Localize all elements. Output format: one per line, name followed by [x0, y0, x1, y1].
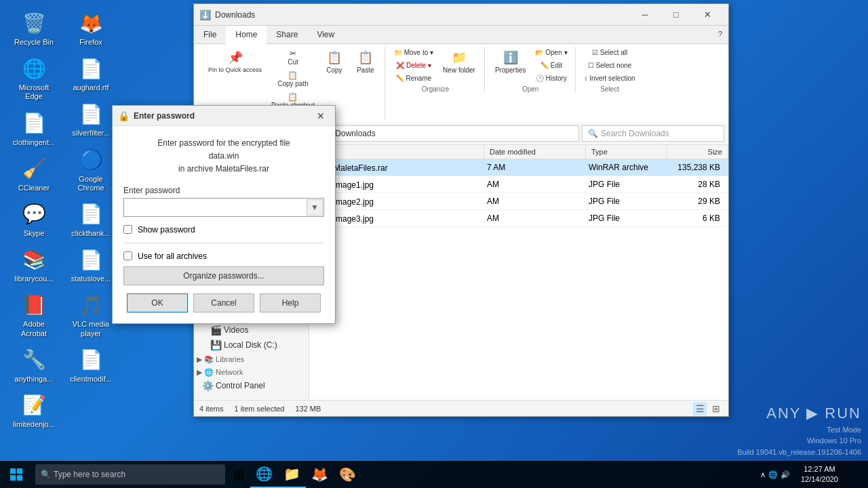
show-password-row: Show password — [123, 225, 324, 235]
move-to-button[interactable]: 📁 Move to ▾ — [391, 47, 437, 58]
details-view-button[interactable]: ☰ — [693, 402, 707, 415]
sidebar-item-control-panel[interactable]: ⚙️ Control Panel — [194, 378, 309, 393]
videos2-icon: 🎬 — [210, 325, 221, 336]
desktop-icon-vlc[interactable]: 🎵 VLC media player — [64, 289, 118, 340]
table-row[interactable]: 🖼️ image1.jpg AM JPG File 28 KB — [309, 176, 728, 193]
taskbar-time[interactable]: 12:27 AM 12/14/2020 — [795, 464, 844, 485]
close-button[interactable]: ✕ — [692, 4, 723, 26]
desktop-icon-recycle-bin[interactable]: 🗑️ Recycle Bin — [7, 7, 61, 49]
pin-quick-access-button[interactable]: 📌 Pin to Quick access — [203, 47, 267, 77]
sidebar-section-network[interactable]: ▶ 🌐 Network — [194, 365, 309, 378]
tab-file[interactable]: File — [194, 26, 226, 43]
rename-button[interactable]: ✏️ Rename — [391, 73, 437, 84]
search-box[interactable]: 🔍 Search Downloads — [582, 125, 724, 142]
open-button[interactable]: 📂 Open ▾ — [532, 47, 570, 58]
edit-button[interactable]: ✏️ Edit — [532, 60, 570, 71]
organize-passwords-button[interactable]: Organize passwords... — [123, 266, 324, 285]
file-name-cell: 📦 MaletaFiles.rar — [312, 161, 481, 174]
taskbar-edge[interactable]: 🌐 — [250, 461, 278, 488]
desktop-icon-firefox[interactable]: 🦊 Firefox — [64, 7, 118, 49]
task-view-button[interactable]: ⊞ — [228, 461, 250, 488]
local-disk-icon: 💾 — [210, 340, 221, 350]
copy-button[interactable]: 📋 Copy — [319, 47, 349, 77]
tab-view[interactable]: View — [307, 26, 344, 43]
file-date-cell: AM — [481, 212, 583, 224]
password-input[interactable] — [123, 198, 324, 217]
desktop-icon-word-doc[interactable]: 📄 clothingent... — [7, 107, 61, 150]
cancel-button[interactable]: Cancel — [193, 293, 254, 312]
titlebar-controls: ─ □ ✕ — [629, 4, 723, 26]
table-row[interactable]: 🖼️ image3.jpg AM JPG File 6 KB — [309, 210, 728, 227]
properties-button[interactable]: ℹ️ Properties — [490, 47, 531, 77]
taskbar: 🔍 Type here to search ⊞ 🌐 📁 🦊 🎨 ∧ 🌐 🔊 — [0, 461, 868, 488]
select-none-button[interactable]: ☐ Select none — [581, 60, 639, 71]
delete-button[interactable]: ❌ Delete ▾ — [391, 60, 437, 71]
file-type-cell: JPG File — [583, 195, 665, 207]
new-folder-icon: 📁 — [452, 50, 467, 65]
tab-home[interactable]: Home — [226, 26, 267, 44]
dialog-titlebar: 🔒 Enter password ✕ — [113, 106, 335, 126]
dialog-close-button[interactable]: ✕ — [312, 107, 330, 125]
maximize-button[interactable]: □ — [660, 4, 692, 26]
minimize-button[interactable]: ─ — [629, 4, 660, 26]
show-password-checkbox[interactable] — [123, 225, 132, 234]
pin-icon: 📌 — [228, 50, 243, 65]
use-for-all-checkbox[interactable] — [123, 251, 132, 260]
start-button[interactable] — [0, 461, 33, 488]
statuslove-icon: 📄 — [77, 246, 104, 273]
desktop-icon-microsoft-edge[interactable]: 🌐 Microsoft Edge — [7, 52, 61, 104]
help-button[interactable]: Help — [260, 293, 321, 312]
large-icons-view-button[interactable]: ⊞ — [709, 402, 723, 415]
tab-share[interactable]: Share — [267, 26, 307, 43]
tray-chevron[interactable]: ∧ — [760, 470, 766, 479]
ribbon-open-btns: ℹ️ Properties 📂 Open ▾ ✏️ Edit 🕐 History — [490, 47, 571, 84]
table-row[interactable]: 📦 MaletaFiles.rar 7 AM WinRAR archive 13… — [309, 159, 728, 176]
windows-icon — [9, 468, 23, 481]
col-header-size[interactable]: Size — [667, 145, 728, 159]
desktop-icon-skype[interactable]: 💬 Skype — [7, 198, 61, 241]
open-group-label: Open — [522, 85, 538, 93]
desktop-icon-clickthank[interactable]: 📄 clickthank... — [64, 198, 118, 241]
watermark: ANY ▶ RUN Test Mode Windows 10 Pro Build… — [737, 402, 861, 458]
desktop: 🗑️ Recycle Bin 🌐 Microsoft Edge 📄 clothi… — [0, 0, 868, 488]
file-type-cell: JPG File — [583, 212, 665, 224]
password-dropdown-button[interactable]: ▼ — [307, 199, 323, 216]
paste-button[interactable]: 📋 Paste — [351, 47, 380, 77]
sidebar-item-local-disk[interactable]: 💾 Local Disk (C:) — [194, 338, 309, 352]
ok-button[interactable]: OK — [127, 293, 188, 312]
col-header-type[interactable]: Type — [586, 145, 667, 159]
copy-path-button[interactable]: 📋 Copy path — [268, 68, 318, 89]
vlc-icon: 🎵 — [77, 291, 104, 319]
explorer-titlebar: ⬇️ Downloads ─ □ ✕ — [194, 4, 728, 26]
history-button[interactable]: 🕐 History — [532, 73, 570, 84]
taskbar-file-explorer[interactable]: 📁 — [278, 461, 306, 488]
desktop-icon-anythingapp[interactable]: 🔧 anythinga... — [7, 344, 61, 386]
desktop-icon-limitedenjoy[interactable]: 📝 limitedenjо... — [7, 389, 61, 432]
desktop-icon-clientmodif[interactable]: 📄 clientmodif... — [64, 344, 118, 386]
select-all-button[interactable]: ☑ Select all — [581, 47, 639, 58]
password-input-row: ▼ — [123, 198, 324, 217]
dialog-message: Enter password for the encrypted file da… — [123, 137, 324, 176]
desktop-icon-silverfilter[interactable]: 📄 silverfilter... — [64, 98, 118, 140]
desktop-icon-ccleaner[interactable]: 🧹 CCleaner — [7, 152, 61, 195]
col-header-date[interactable]: Date modified — [484, 145, 586, 159]
password-field-label: Enter password — [123, 186, 324, 195]
show-desktop-button[interactable] — [844, 461, 868, 488]
desktop-icon-statuslove[interactable]: 📄 statuslove... — [64, 243, 118, 286]
desktop-icon-adobe[interactable]: 📕 Adobe Acrobat — [7, 289, 61, 340]
taskbar-colorapp[interactable]: 🎨 — [334, 461, 361, 488]
ribbon-help-button[interactable]: ? — [712, 26, 728, 42]
sidebar-section-libraries[interactable]: ▶ 📚 Libraries — [194, 352, 309, 365]
desktop-icon-aughard[interactable]: 📄 aughard.rtf — [64, 52, 118, 95]
new-folder-button[interactable]: 📁 New folder — [438, 47, 480, 77]
table-row[interactable]: 🖼️ image2.jpg AM JPG File 29 KB — [309, 193, 728, 210]
desktop-icon-chrome[interactable]: 🔵 Google Chrome — [64, 144, 118, 195]
file-name-cell: 🖼️ image1.jpg — [312, 178, 481, 191]
file-explorer-icon: 📁 — [283, 466, 300, 482]
sidebar-item-videos2[interactable]: 🎬 Videos — [194, 323, 309, 338]
desktop-icon-library[interactable]: 📚 librarycou... — [7, 243, 61, 286]
invert-selection-button[interactable]: ↕ Invert selection — [581, 73, 639, 84]
taskbar-firefox[interactable]: 🦊 — [306, 461, 334, 488]
cut-button[interactable]: ✂ Cut — [268, 47, 318, 68]
taskbar-search[interactable]: 🔍 Type here to search — [35, 464, 225, 485]
